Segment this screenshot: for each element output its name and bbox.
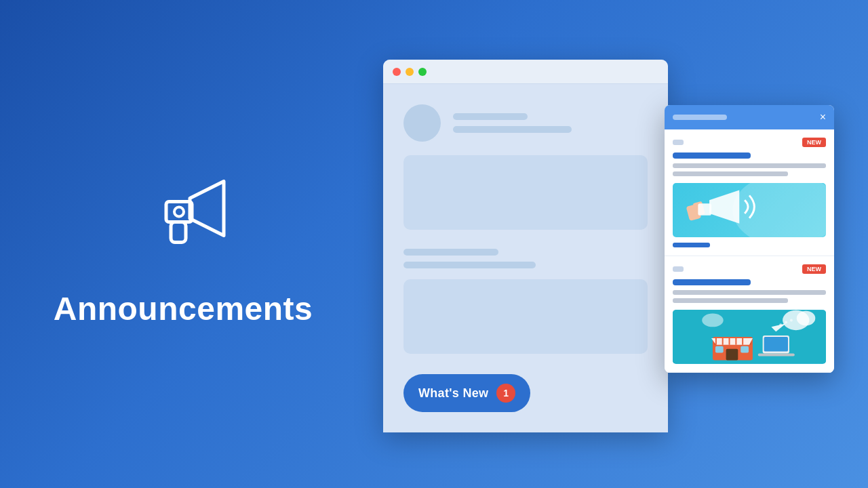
svg-rect-17 bbox=[764, 337, 788, 352]
ann-line-2b bbox=[673, 298, 788, 303]
panel-close-button[interactable]: × bbox=[820, 112, 826, 123]
browser-content bbox=[383, 84, 668, 354]
svg-rect-14 bbox=[715, 346, 724, 353]
svg-point-2 bbox=[174, 207, 184, 217]
svg-point-10 bbox=[702, 314, 723, 327]
svg-rect-1 bbox=[171, 222, 186, 243]
profile-lines bbox=[453, 113, 572, 133]
ann-item-1-header: NEW bbox=[673, 138, 826, 147]
ann-line-1a bbox=[673, 163, 826, 168]
browser-bottom-bar: What's New 1 bbox=[383, 371, 668, 432]
announcement-item-1: NEW bbox=[665, 129, 834, 256]
ann-lines-2 bbox=[673, 290, 826, 303]
svg-rect-0 bbox=[166, 202, 192, 222]
profile-name-line bbox=[453, 113, 528, 120]
ann-img-megaphone bbox=[673, 183, 826, 237]
svg-point-19 bbox=[779, 323, 782, 326]
megaphone-icon bbox=[129, 161, 237, 270]
whats-new-label: What's New bbox=[418, 386, 488, 401]
announcement-item-2: NEW bbox=[665, 256, 834, 373]
ann-read-more-1 bbox=[673, 243, 710, 247]
ann-title-bar-1 bbox=[673, 152, 751, 159]
ann-label-bar-2 bbox=[673, 266, 684, 272]
svg-rect-15 bbox=[741, 346, 749, 353]
whats-new-button[interactable]: What's New 1 bbox=[403, 374, 530, 412]
profile-sub-line bbox=[453, 126, 572, 133]
profile-row bbox=[403, 104, 648, 142]
avatar bbox=[403, 104, 441, 142]
svg-point-21 bbox=[790, 319, 793, 321]
svg-rect-18 bbox=[758, 354, 795, 357]
content-card-1 bbox=[403, 155, 648, 230]
svg-point-20 bbox=[785, 321, 787, 323]
left-branding: Announcements bbox=[41, 161, 326, 327]
browser-mockup: What's New 1 bbox=[383, 60, 668, 432]
content-card-2 bbox=[403, 279, 648, 354]
page-title: Announcements bbox=[54, 290, 313, 327]
svg-rect-13 bbox=[726, 349, 738, 361]
ann-lines-1 bbox=[673, 163, 826, 176]
ann-title-bar-2 bbox=[673, 279, 751, 285]
ann-item-2-header: NEW bbox=[673, 264, 826, 274]
dot-red[interactable] bbox=[393, 68, 401, 76]
dot-green[interactable] bbox=[418, 68, 427, 76]
whats-new-badge: 1 bbox=[496, 384, 515, 403]
post-sub-line bbox=[403, 262, 536, 268]
post-meta bbox=[403, 249, 648, 268]
panel-header: × bbox=[665, 105, 834, 129]
panel-header-bar bbox=[673, 115, 727, 120]
browser-titlebar bbox=[383, 60, 668, 84]
ann-tag-2: NEW bbox=[802, 264, 826, 274]
ann-label-bar-1 bbox=[673, 140, 684, 145]
post-title-line bbox=[403, 249, 498, 256]
svg-point-9 bbox=[797, 311, 816, 326]
ann-image-1 bbox=[673, 183, 826, 237]
ann-image-2 bbox=[673, 310, 826, 364]
ann-tag-1: NEW bbox=[802, 138, 826, 147]
svg-rect-6 bbox=[698, 203, 711, 216]
ann-line-2a bbox=[673, 290, 826, 295]
ann-line-1b bbox=[673, 171, 788, 176]
ann-img-store bbox=[673, 310, 826, 364]
dot-yellow[interactable] bbox=[406, 68, 414, 76]
announcement-panel: × NEW bbox=[665, 105, 834, 373]
